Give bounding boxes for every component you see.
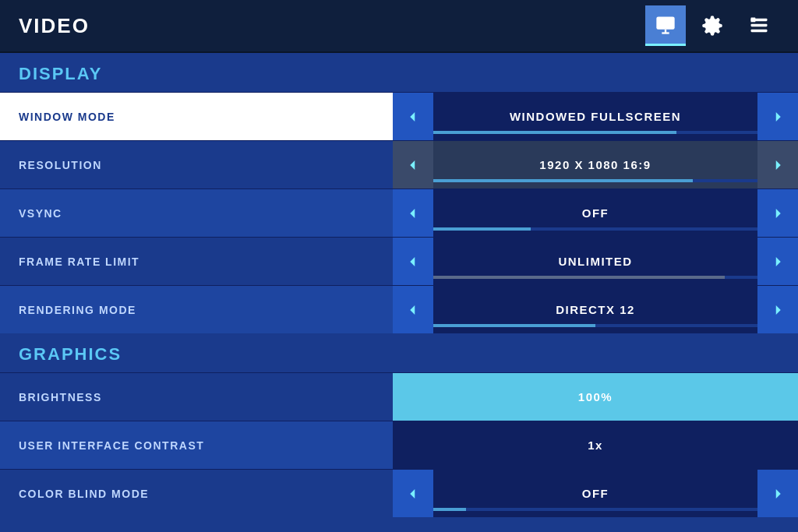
rendering-mode-control: DIRECTX 12 bbox=[393, 286, 798, 333]
monitor-tab-button[interactable] bbox=[645, 5, 686, 46]
left-arrow-icon bbox=[406, 487, 420, 501]
brightness-label: BRIGHTNESS bbox=[19, 391, 393, 403]
vsync-right-arrow[interactable] bbox=[757, 189, 798, 237]
color-blind-mode-right-arrow[interactable] bbox=[757, 470, 798, 517]
vsync-row: VSYNC OFF bbox=[0, 188, 798, 237]
gear-icon bbox=[701, 15, 723, 37]
display-section-title: DISPLAY bbox=[19, 64, 102, 83]
window-mode-label: WINDOW MODE bbox=[19, 111, 393, 123]
resolution-row: RESOLUTION 1920 X 1080 16:9 bbox=[0, 140, 798, 188]
svg-marker-17 bbox=[410, 489, 415, 499]
color-blind-mode-control: OFF bbox=[393, 470, 798, 517]
brightness-control: 100% bbox=[393, 373, 798, 421]
svg-marker-8 bbox=[776, 112, 781, 122]
window-mode-right-arrow[interactable] bbox=[757, 93, 798, 140]
frame-rate-limit-bar-fill bbox=[433, 276, 725, 279]
svg-rect-5 bbox=[751, 30, 768, 33]
vsync-control: OFF bbox=[393, 189, 798, 237]
svg-marker-9 bbox=[410, 160, 415, 170]
svg-marker-15 bbox=[410, 305, 415, 315]
window-mode-value-display: WINDOWED FULLSCREEN bbox=[433, 93, 757, 140]
svg-marker-14 bbox=[776, 257, 781, 266]
vsync-left-arrow[interactable] bbox=[393, 189, 433, 237]
color-blind-mode-label: COLOR BLIND MODE bbox=[19, 488, 393, 500]
left-arrow-icon bbox=[406, 255, 420, 269]
rendering-mode-bar-fill bbox=[433, 324, 595, 327]
svg-rect-4 bbox=[751, 24, 768, 27]
color-blind-mode-bar bbox=[433, 508, 757, 511]
list-icon bbox=[748, 15, 770, 37]
frame-rate-limit-left-arrow[interactable] bbox=[393, 238, 433, 285]
resolution-value-display: 1920 X 1080 16:9 bbox=[433, 141, 757, 188]
header-icons bbox=[645, 5, 779, 46]
ui-contrast-control: 1x bbox=[393, 421, 798, 469]
graphics-section-header: GRAPHICS bbox=[0, 333, 798, 372]
right-arrow-icon bbox=[771, 158, 785, 172]
svg-marker-18 bbox=[776, 489, 781, 499]
vsync-bar bbox=[433, 227, 757, 231]
brightness-value: 100% bbox=[578, 390, 613, 403]
rendering-mode-row: RENDERING MODE DIRECTX 12 bbox=[0, 285, 798, 333]
svg-marker-7 bbox=[410, 112, 415, 122]
brightness-bar-container[interactable]: 100% bbox=[393, 373, 798, 421]
resolution-left-arrow[interactable] bbox=[393, 141, 433, 188]
frame-rate-limit-control: UNLIMITED bbox=[393, 238, 798, 285]
brightness-row: BRIGHTNESS 100% bbox=[0, 372, 798, 421]
left-arrow-icon bbox=[406, 206, 420, 220]
frame-rate-limit-value-display: UNLIMITED bbox=[433, 238, 757, 285]
rendering-mode-label: RENDERING MODE bbox=[19, 304, 393, 316]
frame-rate-limit-bar bbox=[433, 276, 757, 279]
rendering-mode-left-arrow[interactable] bbox=[393, 286, 433, 333]
color-blind-mode-row: COLOR BLIND MODE OFF bbox=[0, 469, 798, 517]
vsync-label: VSYNC bbox=[19, 207, 393, 220]
svg-rect-6 bbox=[751, 18, 756, 23]
settings-content: DISPLAY WINDOW MODE WINDOWED FULLSCREEN bbox=[0, 53, 798, 517]
rendering-mode-right-arrow[interactable] bbox=[757, 286, 798, 333]
color-blind-mode-bar-fill bbox=[433, 508, 466, 511]
graphics-section-title: GRAPHICS bbox=[19, 344, 122, 364]
window-mode-left-arrow[interactable] bbox=[393, 93, 433, 140]
rendering-mode-bar bbox=[433, 324, 757, 327]
vsync-value: OFF bbox=[582, 206, 609, 220]
svg-marker-16 bbox=[776, 305, 781, 315]
left-arrow-icon bbox=[406, 158, 420, 172]
list-tab-button[interactable] bbox=[739, 5, 779, 46]
color-blind-mode-left-arrow[interactable] bbox=[393, 470, 433, 517]
ui-contrast-row: USER INTERFACE CONTRAST 1x bbox=[0, 421, 798, 469]
right-arrow-icon bbox=[771, 110, 785, 124]
left-arrow-icon bbox=[406, 303, 420, 317]
svg-rect-0 bbox=[656, 16, 674, 29]
window-mode-bar-fill bbox=[433, 131, 676, 134]
frame-rate-limit-right-arrow[interactable] bbox=[757, 238, 798, 285]
display-section-header: DISPLAY bbox=[0, 53, 798, 92]
resolution-right-arrow[interactable] bbox=[757, 141, 798, 188]
gear-tab-button[interactable] bbox=[692, 5, 733, 46]
left-arrow-icon bbox=[406, 110, 420, 124]
resolution-bar-fill bbox=[433, 179, 693, 182]
header: VIDEO bbox=[0, 0, 798, 53]
right-arrow-icon bbox=[771, 255, 785, 269]
vsync-bar-fill bbox=[433, 227, 531, 231]
window-mode-row: WINDOW MODE WINDOWED FULLSCREEN bbox=[0, 92, 798, 140]
color-blind-mode-value: OFF bbox=[582, 487, 609, 500]
rendering-mode-value-display: DIRECTX 12 bbox=[433, 286, 757, 333]
resolution-bar bbox=[433, 179, 757, 182]
right-arrow-icon bbox=[771, 206, 785, 220]
color-blind-mode-value-display: OFF bbox=[433, 470, 757, 517]
ui-contrast-label: USER INTERFACE CONTRAST bbox=[19, 439, 393, 452]
window-mode-bar bbox=[433, 131, 757, 134]
vsync-value-display: OFF bbox=[433, 189, 757, 237]
svg-marker-13 bbox=[410, 257, 415, 266]
page-title: VIDEO bbox=[19, 14, 645, 38]
svg-marker-11 bbox=[410, 209, 415, 218]
right-arrow-icon bbox=[771, 303, 785, 317]
ui-contrast-display[interactable]: 1x bbox=[393, 421, 798, 469]
resolution-control: 1920 X 1080 16:9 bbox=[393, 141, 798, 188]
window-mode-value: WINDOWED FULLSCREEN bbox=[510, 110, 681, 123]
frame-rate-limit-value: UNLIMITED bbox=[558, 255, 632, 268]
svg-marker-10 bbox=[776, 160, 781, 170]
monitor-icon bbox=[655, 14, 676, 36]
frame-rate-limit-label: FRAME RATE LIMIT bbox=[19, 255, 393, 268]
resolution-label: RESOLUTION bbox=[19, 159, 393, 171]
window-mode-control: WINDOWED FULLSCREEN bbox=[393, 93, 798, 140]
